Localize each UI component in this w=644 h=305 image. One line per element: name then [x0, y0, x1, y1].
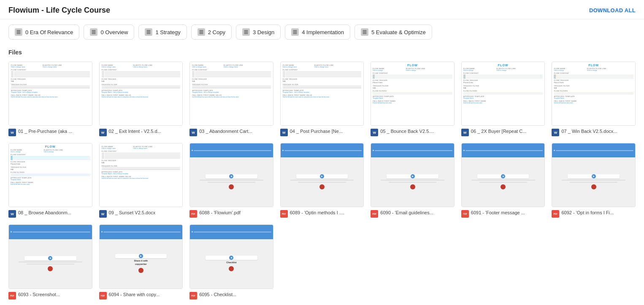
file-label: 6095 - Checklist...	[199, 292, 236, 297]
file-type-icon: W	[8, 129, 16, 136]
file-name-row: W 03 _ Abandonment Cart...	[189, 128, 273, 136]
page-title: Flowium - Life Cycle Course	[8, 6, 110, 15]
file-type-icon: W	[461, 129, 469, 136]
file-label: 6094 - Share with copy...	[109, 292, 160, 297]
svg-rect-20	[363, 33, 367, 34]
svg-rect-14	[244, 33, 248, 34]
file-card[interactable]: FLOW Flow nameClick to change Klaviyo Fl…	[8, 143, 92, 218]
file-name-row: W 08 _ Browse Abandonm...	[8, 210, 92, 218]
file-card[interactable]: PDF 6088 - 'Flowium'.pdf	[189, 143, 273, 218]
file-name-row: W 02 _ Exit Intent - V2.5.d...	[99, 128, 183, 136]
file-label: 09 _ Sunset V2.5.docx	[109, 210, 156, 216]
file-label: 6090 - 'Email guidelines...	[380, 210, 433, 216]
file-card[interactable]: FLOW Flow nameClick to change Klaviyo Fl…	[461, 62, 545, 136]
file-type-icon: PDF	[189, 292, 197, 300]
file-thumbnail	[189, 143, 273, 207]
file-label: 6093 - Screenshot...	[18, 292, 60, 297]
file-card[interactable]: FLOW Flow nameClick to change Klaviyo Fl…	[371, 62, 455, 136]
tab-2[interactable]: 1 Strategy	[138, 24, 187, 40]
file-type-icon: W	[8, 210, 16, 218]
file-type-icon: W	[552, 129, 559, 136]
tab-icon-1	[90, 28, 97, 36]
svg-rect-15	[293, 30, 297, 31]
file-type-icon: PDF	[461, 210, 469, 218]
tab-6[interactable]: 5 Evaluate & Optimize	[354, 24, 432, 40]
tab-label-6: 5 Evaluate & Optimize	[371, 29, 426, 35]
tab-4[interactable]: 3 Design	[236, 24, 281, 40]
tabs-bar: 0 Era Of Relevance 0 Overview 1 Strategy…	[0, 19, 644, 45]
file-thumbnail: FLOW Flow nameClick to change Klaviyo Fl…	[552, 62, 636, 126]
svg-rect-2	[17, 33, 21, 34]
file-thumbnail	[280, 143, 364, 207]
tab-0[interactable]: 0 Era Of Relevance	[8, 24, 79, 40]
file-thumbnail	[461, 143, 545, 207]
files-section: Files Flow nameClick to change name Klav…	[0, 45, 644, 305]
tab-icon-5	[291, 28, 299, 36]
file-card[interactable]: Flow nameClick to change name Klaviyo Fl…	[99, 143, 183, 218]
file-card[interactable]: Share it withcopywriter PDF 6094 - Share…	[99, 224, 183, 299]
tab-3[interactable]: 2 Copy	[191, 24, 232, 40]
file-name-row: PDF 6093 - Screenshot...	[8, 292, 92, 300]
file-label: 04 _ Post Purchase [Ne...	[290, 128, 343, 134]
svg-rect-11	[199, 33, 203, 34]
svg-rect-4	[92, 32, 96, 32]
tab-label-0: 0 Era Of Relevance	[25, 29, 73, 35]
header: Flowium - Life Cycle Course DOWNLOAD ALL	[0, 0, 644, 19]
file-card[interactable]: Flow nameClick to change name Klaviyo Fl…	[8, 62, 92, 136]
file-card[interactable]: PDF 6092 - 'Opt in forms I Fi...	[552, 143, 636, 218]
download-all-button[interactable]: DOWNLOAD ALL	[589, 7, 636, 13]
svg-rect-12	[244, 30, 248, 31]
svg-rect-5	[92, 33, 96, 34]
file-card[interactable]: Flow nameClick to change name Klaviyo Fl…	[99, 62, 183, 136]
file-card[interactable]: PDF 6091 - 'Footer message ...	[461, 143, 545, 218]
file-thumbnail: Flow nameClick to change name Klaviyo Fl…	[189, 62, 273, 126]
file-type-icon: PDF	[99, 292, 107, 300]
tab-label-2: 1 Strategy	[155, 29, 180, 35]
svg-rect-18	[363, 30, 367, 31]
file-label: 02 _ Exit Intent - V2.5.d...	[109, 128, 161, 134]
file-name-row: W 09 _ Sunset V2.5.docx	[99, 210, 183, 218]
file-card[interactable]: PDF 6090 - 'Email guidelines...	[371, 143, 455, 218]
file-thumbnail: Flow nameClick to change name Klaviyo Fl…	[280, 62, 364, 126]
file-label: 08 _ Browse Abandonm...	[18, 210, 71, 216]
file-type-icon: PDF	[189, 210, 197, 218]
file-card[interactable]: Checklist PDF 6095 - Checklist...	[189, 224, 273, 299]
file-label: 07 _ Win Back V2.5.docx...	[561, 128, 617, 134]
file-name-row: W 05 _ Bounce Back V2.5....	[371, 128, 455, 136]
file-name-row: PDF 6094 - Share with copy...	[99, 292, 183, 300]
file-label: 6092 - 'Opt in forms I Fi...	[561, 210, 614, 216]
file-type-icon: W	[280, 129, 288, 136]
file-name-row: PDF 6090 - 'Email guidelines...	[371, 210, 455, 218]
file-card[interactable]: Flow nameClick to change name Klaviyo Fl…	[189, 62, 273, 136]
file-type-icon: PDF	[280, 210, 288, 218]
file-card[interactable]: Flow nameClick to change name Klaviyo Fl…	[280, 62, 364, 136]
file-card[interactable]: PDF 6093 - Screenshot...	[8, 224, 92, 299]
file-type-icon: W	[99, 129, 107, 136]
file-label: 06 _ 2X Buyer [Repeat C...	[471, 128, 526, 134]
svg-rect-3	[92, 30, 96, 31]
tab-5[interactable]: 4 Implementation	[285, 24, 350, 40]
tab-1[interactable]: 0 Overview	[84, 24, 134, 40]
file-name-row: PDF 6092 - 'Opt in forms I Fi...	[552, 210, 636, 218]
files-grid: Flow nameClick to change name Klaviyo Fl…	[8, 62, 636, 300]
file-card[interactable]: PDF 6089 - 'Optin methods I ....	[280, 143, 364, 218]
file-thumbnail	[371, 143, 455, 207]
file-thumbnail	[8, 224, 92, 289]
file-label: 6089 - 'Optin methods I ....	[290, 210, 344, 216]
file-type-icon: PDF	[371, 210, 378, 218]
svg-rect-1	[17, 32, 21, 32]
file-card[interactable]: FLOW Flow nameClick to change Klaviyo Fl…	[552, 62, 636, 136]
file-name-row: W 06 _ 2X Buyer [Repeat C...	[461, 128, 545, 136]
svg-rect-16	[293, 32, 297, 32]
file-type-icon: W	[189, 129, 197, 136]
tab-icon-0	[15, 28, 22, 36]
file-name-row: PDF 6095 - Checklist...	[189, 292, 273, 300]
file-name-row: PDF 6089 - 'Optin methods I ....	[280, 210, 364, 218]
svg-rect-19	[363, 32, 367, 32]
tab-label-1: 0 Overview	[100, 29, 128, 35]
tab-icon-6	[361, 28, 368, 36]
app-wrapper: Flowium - Life Cycle Course DOWNLOAD ALL…	[0, 0, 644, 305]
file-thumbnail: Share it withcopywriter	[99, 224, 183, 289]
file-thumbnail: Checklist	[189, 224, 273, 289]
tab-icon-2	[145, 28, 152, 36]
